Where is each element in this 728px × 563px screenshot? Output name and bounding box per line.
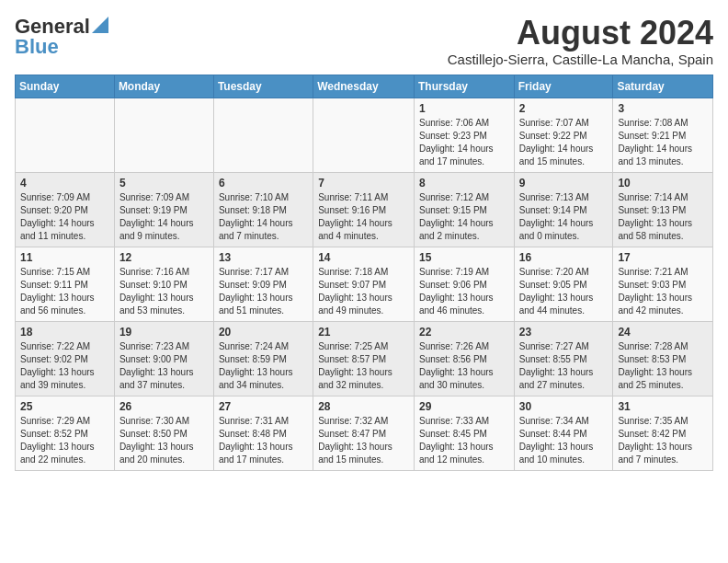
day-info: Sunrise: 7:10 AM Sunset: 9:18 PM Dayligh… — [219, 191, 308, 243]
day-number: 24 — [618, 326, 708, 339]
day-info: Sunrise: 7:09 AM Sunset: 9:20 PM Dayligh… — [20, 191, 109, 243]
day-number: 13 — [219, 251, 308, 264]
calendar-cell: 31Sunrise: 7:35 AM Sunset: 8:42 PM Dayli… — [613, 396, 713, 470]
day-number: 26 — [119, 400, 209, 413]
day-info: Sunrise: 7:32 AM Sunset: 8:47 PM Dayligh… — [318, 415, 409, 466]
day-number: 25 — [20, 400, 109, 413]
calendar-cell: 12Sunrise: 7:16 AM Sunset: 9:10 PM Dayli… — [114, 247, 213, 321]
day-number: 20 — [219, 326, 308, 339]
calendar-week-row: 1Sunrise: 7:06 AM Sunset: 9:23 PM Daylig… — [16, 98, 713, 172]
calendar-cell: 7Sunrise: 7:11 AM Sunset: 9:16 PM Daylig… — [313, 172, 415, 247]
day-info: Sunrise: 7:28 AM Sunset: 8:53 PM Dayligh… — [618, 340, 708, 392]
calendar-week-row: 25Sunrise: 7:29 AM Sunset: 8:52 PM Dayli… — [16, 396, 713, 470]
calendar-cell: 11Sunrise: 7:15 AM Sunset: 9:11 PM Dayli… — [16, 247, 115, 321]
day-number: 27 — [219, 400, 308, 413]
calendar-cell: 10Sunrise: 7:14 AM Sunset: 9:13 PM Dayli… — [613, 172, 713, 247]
calendar-cell: 20Sunrise: 7:24 AM Sunset: 8:59 PM Dayli… — [213, 321, 313, 396]
day-info: Sunrise: 7:15 AM Sunset: 9:11 PM Dayligh… — [20, 266, 109, 317]
calendar-cell: 13Sunrise: 7:17 AM Sunset: 9:09 PM Dayli… — [213, 247, 313, 321]
day-info: Sunrise: 7:30 AM Sunset: 8:50 PM Dayligh… — [119, 415, 209, 466]
calendar-cell: 5Sunrise: 7:09 AM Sunset: 9:19 PM Daylig… — [114, 172, 213, 247]
day-info: Sunrise: 7:23 AM Sunset: 9:00 PM Dayligh… — [119, 340, 209, 392]
day-number: 7 — [318, 177, 409, 190]
calendar-header-row: SundayMondayTuesdayWednesdayThursdayFrid… — [16, 75, 713, 98]
calendar-cell: 19Sunrise: 7:23 AM Sunset: 9:00 PM Dayli… — [114, 321, 213, 396]
day-of-week-wednesday: Wednesday — [313, 75, 415, 98]
day-of-week-tuesday: Tuesday — [213, 75, 313, 98]
day-number: 21 — [318, 326, 409, 339]
day-number: 16 — [519, 251, 609, 264]
calendar-cell: 18Sunrise: 7:22 AM Sunset: 9:02 PM Dayli… — [16, 321, 115, 396]
calendar-cell: 2Sunrise: 7:07 AM Sunset: 9:22 PM Daylig… — [514, 98, 613, 172]
calendar-cell: 4Sunrise: 7:09 AM Sunset: 9:20 PM Daylig… — [16, 172, 115, 247]
day-info: Sunrise: 7:35 AM Sunset: 8:42 PM Dayligh… — [618, 415, 708, 466]
calendar-cell: 6Sunrise: 7:10 AM Sunset: 9:18 PM Daylig… — [213, 172, 313, 247]
day-info: Sunrise: 7:25 AM Sunset: 8:57 PM Dayligh… — [318, 340, 409, 392]
day-number: 23 — [519, 326, 609, 339]
day-number: 18 — [20, 326, 109, 339]
day-info: Sunrise: 7:06 AM Sunset: 9:23 PM Dayligh… — [419, 117, 509, 168]
calendar-cell: 15Sunrise: 7:19 AM Sunset: 9:06 PM Dayli… — [414, 247, 514, 321]
day-info: Sunrise: 7:20 AM Sunset: 9:05 PM Dayligh… — [519, 266, 609, 317]
day-number: 17 — [618, 251, 708, 264]
day-info: Sunrise: 7:22 AM Sunset: 9:02 PM Dayligh… — [20, 340, 109, 392]
calendar-cell: 30Sunrise: 7:34 AM Sunset: 8:44 PM Dayli… — [514, 396, 613, 470]
month-title: August 2024 — [448, 15, 713, 52]
day-info: Sunrise: 7:08 AM Sunset: 9:21 PM Dayligh… — [618, 117, 708, 168]
calendar-cell: 25Sunrise: 7:29 AM Sunset: 8:52 PM Dayli… — [16, 396, 115, 470]
calendar-cell: 28Sunrise: 7:32 AM Sunset: 8:47 PM Dayli… — [313, 396, 415, 470]
day-number: 1 — [419, 102, 509, 115]
day-number: 6 — [219, 177, 308, 190]
calendar-cell: 22Sunrise: 7:26 AM Sunset: 8:56 PM Dayli… — [414, 321, 514, 396]
day-info: Sunrise: 7:29 AM Sunset: 8:52 PM Dayligh… — [20, 415, 109, 466]
day-info: Sunrise: 7:17 AM Sunset: 9:09 PM Dayligh… — [219, 266, 308, 317]
day-number: 19 — [119, 326, 209, 339]
day-number: 9 — [519, 177, 609, 190]
day-number: 15 — [419, 251, 509, 264]
day-number: 10 — [618, 177, 708, 190]
day-info: Sunrise: 7:19 AM Sunset: 9:06 PM Dayligh… — [419, 266, 509, 317]
page-header: General Blue August 2024 Castillejo-Sier… — [15, 15, 713, 67]
day-of-week-friday: Friday — [514, 75, 613, 98]
logo-triangle-icon — [92, 17, 108, 33]
title-block: August 2024 Castillejo-Sierra, Castille-… — [448, 15, 713, 67]
calendar-cell: 24Sunrise: 7:28 AM Sunset: 8:53 PM Dayli… — [613, 321, 713, 396]
day-info: Sunrise: 7:26 AM Sunset: 8:56 PM Dayligh… — [419, 340, 509, 392]
calendar-cell — [213, 98, 313, 172]
day-info: Sunrise: 7:13 AM Sunset: 9:14 PM Dayligh… — [519, 191, 609, 243]
day-number: 11 — [20, 251, 109, 264]
calendar-week-row: 11Sunrise: 7:15 AM Sunset: 9:11 PM Dayli… — [16, 247, 713, 321]
calendar-cell — [114, 98, 213, 172]
day-number: 14 — [318, 251, 409, 264]
day-number: 30 — [519, 400, 609, 413]
day-number: 29 — [419, 400, 509, 413]
day-number: 3 — [618, 102, 708, 115]
day-info: Sunrise: 7:27 AM Sunset: 8:55 PM Dayligh… — [519, 340, 609, 392]
calendar-cell: 26Sunrise: 7:30 AM Sunset: 8:50 PM Dayli… — [114, 396, 213, 470]
day-info: Sunrise: 7:24 AM Sunset: 8:59 PM Dayligh… — [219, 340, 308, 392]
day-info: Sunrise: 7:12 AM Sunset: 9:15 PM Dayligh… — [419, 191, 509, 243]
logo: General Blue — [15, 15, 108, 59]
calendar-cell: 21Sunrise: 7:25 AM Sunset: 8:57 PM Dayli… — [313, 321, 415, 396]
calendar-cell: 8Sunrise: 7:12 AM Sunset: 9:15 PM Daylig… — [414, 172, 514, 247]
day-of-week-saturday: Saturday — [613, 75, 713, 98]
calendar-table: SundayMondayTuesdayWednesdayThursdayFrid… — [15, 75, 713, 471]
calendar-cell: 1Sunrise: 7:06 AM Sunset: 9:23 PM Daylig… — [414, 98, 514, 172]
day-info: Sunrise: 7:18 AM Sunset: 9:07 PM Dayligh… — [318, 266, 409, 317]
day-number: 8 — [419, 177, 509, 190]
calendar-body: 1Sunrise: 7:06 AM Sunset: 9:23 PM Daylig… — [16, 98, 713, 470]
calendar-cell: 27Sunrise: 7:31 AM Sunset: 8:48 PM Dayli… — [213, 396, 313, 470]
day-number: 5 — [119, 177, 209, 190]
calendar-week-row: 18Sunrise: 7:22 AM Sunset: 9:02 PM Dayli… — [16, 321, 713, 396]
calendar-cell: 9Sunrise: 7:13 AM Sunset: 9:14 PM Daylig… — [514, 172, 613, 247]
day-info: Sunrise: 7:09 AM Sunset: 9:19 PM Dayligh… — [119, 191, 209, 243]
day-info: Sunrise: 7:11 AM Sunset: 9:16 PM Dayligh… — [318, 191, 409, 243]
day-info: Sunrise: 7:34 AM Sunset: 8:44 PM Dayligh… — [519, 415, 609, 466]
svg-marker-0 — [92, 17, 108, 33]
day-info: Sunrise: 7:07 AM Sunset: 9:22 PM Dayligh… — [519, 117, 609, 168]
day-number: 12 — [119, 251, 209, 264]
day-info: Sunrise: 7:16 AM Sunset: 9:10 PM Dayligh… — [119, 266, 209, 317]
day-number: 4 — [20, 177, 109, 190]
logo-blue: Blue — [15, 35, 59, 59]
day-number: 22 — [419, 326, 509, 339]
